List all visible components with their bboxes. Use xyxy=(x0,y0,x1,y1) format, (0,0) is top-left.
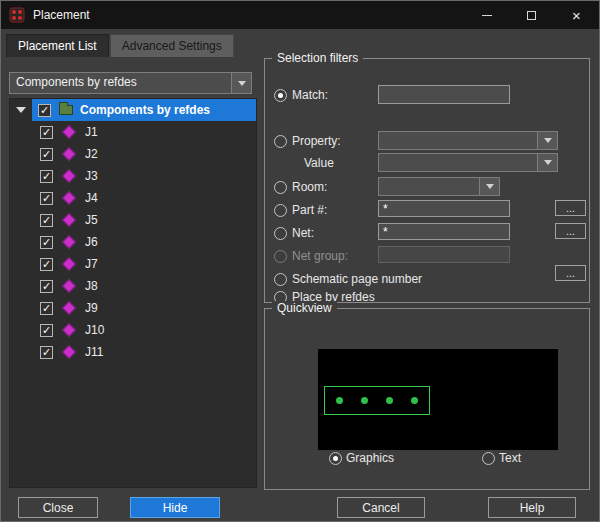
chevron-down-icon xyxy=(479,178,499,195)
component-diamond-icon xyxy=(62,345,76,359)
part-browse-button[interactable]: ... xyxy=(555,200,586,216)
component-diamond-icon xyxy=(62,257,76,271)
tree-row[interactable]: J2 xyxy=(10,143,256,165)
titlebar-maximize-button[interactable] xyxy=(509,1,554,29)
property-label: Property: xyxy=(292,134,341,148)
tree-item-label: J6 xyxy=(85,235,98,249)
checkbox[interactable] xyxy=(40,258,53,271)
list-mode-dropdown[interactable]: Components by refdes xyxy=(9,72,252,94)
chevron-down-icon xyxy=(231,73,251,93)
net-radio[interactable] xyxy=(274,227,287,240)
tree-row[interactable]: J7 xyxy=(10,253,256,275)
tree-row[interactable]: J1 xyxy=(10,121,256,143)
selection-filters-title: Selection filters xyxy=(272,51,363,65)
checkbox[interactable] xyxy=(40,126,53,139)
quickview-group: Quickview Graphics Text xyxy=(264,308,590,490)
tree-row[interactable]: J11 xyxy=(10,341,256,363)
checkbox[interactable] xyxy=(40,192,53,205)
titlebar: Placement × xyxy=(1,1,599,29)
pin-dot-icon xyxy=(411,397,418,404)
hide-button[interactable]: Hide xyxy=(130,497,220,518)
room-label: Room: xyxy=(292,180,327,194)
component-diamond-icon xyxy=(62,323,76,337)
part-number-radio[interactable] xyxy=(274,204,287,217)
checkbox[interactable] xyxy=(40,302,53,315)
tree-row-root[interactable]: Components by refdes xyxy=(10,99,256,121)
property-radio[interactable] xyxy=(274,135,287,148)
titlebar-minimize-button[interactable] xyxy=(464,1,509,29)
pin-dot-icon xyxy=(386,397,393,404)
tree-row[interactable]: J10 xyxy=(10,319,256,341)
checkbox[interactable] xyxy=(40,324,53,337)
tab-advanced-settings[interactable]: Advanced Settings xyxy=(110,34,234,57)
component-diamond-icon xyxy=(62,279,76,293)
checkbox[interactable] xyxy=(40,346,53,359)
cancel-button[interactable]: Cancel xyxy=(337,497,425,518)
pin-dot-icon xyxy=(336,397,343,404)
component-outline xyxy=(324,386,430,415)
app-icon xyxy=(9,7,25,23)
tree-item-label: J9 xyxy=(85,301,98,315)
value-dropdown[interactable] xyxy=(378,153,558,172)
text-radio[interactable] xyxy=(482,452,495,465)
tree-row[interactable]: J5 xyxy=(10,209,256,231)
quickview-canvas xyxy=(318,349,558,450)
quickview-title: Quickview xyxy=(272,301,337,315)
text-label: Text xyxy=(499,451,521,465)
checkbox[interactable] xyxy=(40,148,53,161)
component-diamond-icon xyxy=(62,125,76,139)
chevron-down-icon xyxy=(537,154,557,171)
part-number-input[interactable] xyxy=(378,200,510,217)
chevron-down-icon xyxy=(537,132,557,149)
help-button[interactable]: Help xyxy=(488,497,576,518)
net-group-input xyxy=(378,246,510,263)
tree-row[interactable]: J9 xyxy=(10,297,256,319)
net-label: Net: xyxy=(292,226,314,240)
tree-row[interactable]: J3 xyxy=(10,165,256,187)
tree-item-label: J3 xyxy=(85,169,98,183)
checkbox[interactable] xyxy=(40,214,53,227)
minimize-icon xyxy=(482,15,492,16)
schematic-browse-button[interactable]: ... xyxy=(555,265,586,281)
window-controls: × xyxy=(464,1,599,29)
window-title: Placement xyxy=(33,8,90,22)
close-button[interactable]: Close xyxy=(18,497,98,518)
match-label: Match: xyxy=(292,88,328,102)
schematic-page-label: Schematic page number xyxy=(292,272,422,286)
part-number-label: Part #: xyxy=(292,203,327,217)
match-radio[interactable] xyxy=(274,89,287,102)
net-group-label: Net group: xyxy=(292,249,348,263)
tree-item-label: J7 xyxy=(85,257,98,271)
tree-item-label: J4 xyxy=(85,191,98,205)
expand-arrow-icon[interactable] xyxy=(16,107,26,113)
pin-dot-icon xyxy=(361,397,368,404)
checkbox[interactable] xyxy=(40,280,53,293)
checkbox[interactable] xyxy=(40,170,53,183)
component-diamond-icon xyxy=(62,235,76,249)
tree-item-label: J11 xyxy=(85,345,103,359)
value-label: Value xyxy=(304,156,334,170)
room-radio[interactable] xyxy=(274,181,287,194)
tree-item-label: J2 xyxy=(85,147,98,161)
component-tree: Components by refdes J1 J2 J3 J4 J5 xyxy=(9,98,257,488)
net-browse-button[interactable]: ... xyxy=(555,223,586,239)
tree-row[interactable]: J6 xyxy=(10,231,256,253)
checkbox[interactable] xyxy=(38,104,51,117)
schematic-page-radio[interactable] xyxy=(274,273,287,286)
graphics-radio[interactable] xyxy=(329,452,342,465)
checkbox[interactable] xyxy=(40,236,53,249)
tab-placement-list[interactable]: Placement List xyxy=(6,34,109,57)
net-input[interactable] xyxy=(378,223,510,240)
tree-row[interactable]: J8 xyxy=(10,275,256,297)
tree-item-label: J5 xyxy=(85,213,98,227)
room-dropdown[interactable] xyxy=(378,177,500,196)
titlebar-close-button[interactable]: × xyxy=(554,1,599,29)
net-group-radio[interactable] xyxy=(274,250,287,263)
tree-root-selection[interactable]: Components by refdes xyxy=(32,99,256,121)
tree-item-label: J10 xyxy=(85,323,104,337)
graphics-label: Graphics xyxy=(346,451,394,465)
folder-icon xyxy=(59,105,73,115)
tree-row[interactable]: J4 xyxy=(10,187,256,209)
match-input[interactable] xyxy=(378,85,510,104)
property-dropdown[interactable] xyxy=(378,131,558,150)
